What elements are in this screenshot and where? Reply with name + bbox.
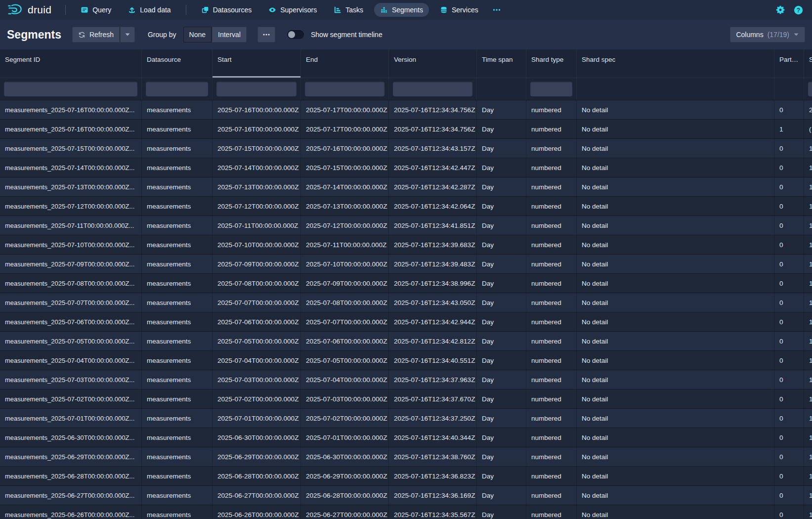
cell-time-span[interactable]: Day	[476, 216, 526, 235]
cell-size[interactable]: 1	[804, 409, 812, 428]
cell-partition[interactable]: 0	[774, 447, 804, 466]
cell-size[interactable]: 1	[804, 139, 812, 158]
cell-start[interactable]: 2025-07-08T00:00:00.000Z	[212, 274, 300, 293]
columns-picker-button[interactable]: Columns (17/19)	[730, 27, 805, 43]
cell-shard-spec[interactable]: No detail	[576, 486, 774, 505]
cell-size[interactable]: 1	[804, 177, 812, 196]
cell-segment-id[interactable]: measurements_2025-07-13T00:00:00.000Z...	[0, 177, 141, 196]
cell-datasource[interactable]: measurements	[141, 486, 212, 505]
cell-partition[interactable]: 0	[774, 332, 804, 350]
cell-end[interactable]: 2025-07-14T00:00:00.000Z	[300, 177, 388, 196]
cell-shard-type[interactable]: numbered	[526, 332, 576, 350]
cell-datasource[interactable]: measurements	[141, 389, 212, 408]
cell-start[interactable]: 2025-07-16T00:00:00.000Z	[212, 120, 300, 138]
cell-shard-spec[interactable]: No detail	[576, 197, 774, 216]
cell-end[interactable]: 2025-06-29T00:00:00.000Z	[300, 467, 388, 485]
segment-timeline-toggle[interactable]	[287, 30, 304, 39]
cell-shard-type[interactable]: numbered	[526, 409, 576, 428]
cell-end[interactable]: 2025-07-17T00:00:00.000Z	[300, 100, 388, 119]
cell-end[interactable]: 2025-07-17T00:00:00.000Z	[300, 120, 388, 138]
cell-time-span[interactable]: Day	[476, 139, 526, 158]
cell-shard-spec[interactable]: No detail	[576, 120, 774, 138]
cell-time-span[interactable]: Day	[476, 409, 526, 428]
cell-shard-spec[interactable]: No detail	[576, 389, 774, 408]
cell-shard-spec[interactable]: No detail	[576, 467, 774, 485]
cell-version[interactable]: 2025-07-16T12:34:42.287Z	[388, 177, 476, 196]
cell-datasource[interactable]: measurements	[141, 177, 212, 196]
cell-shard-type[interactable]: numbered	[526, 428, 576, 447]
cell-time-span[interactable]: Day	[476, 467, 526, 485]
cell-shard-spec[interactable]: No detail	[576, 177, 774, 196]
cell-partition[interactable]: 0	[774, 235, 804, 254]
cell-datasource[interactable]: measurements	[141, 197, 212, 216]
cell-end[interactable]: 2025-07-03T00:00:00.000Z	[300, 389, 388, 408]
more-actions-button[interactable]	[257, 27, 275, 43]
cell-partition[interactable]: 0	[774, 177, 804, 196]
cell-shard-type[interactable]: numbered	[526, 255, 576, 273]
cell-shard-type[interactable]: numbered	[526, 216, 576, 235]
cell-start[interactable]: 2025-07-01T00:00:00.000Z	[212, 409, 300, 428]
cell-segment-id[interactable]: measurements_2025-07-05T00:00:00.000Z...	[0, 332, 141, 350]
cell-partition[interactable]: 0	[774, 274, 804, 293]
cell-end[interactable]: 2025-07-01T00:00:00.000Z	[300, 428, 388, 447]
group-by-interval-button[interactable]: Interval	[212, 27, 247, 43]
cell-start[interactable]: 2025-07-03T00:00:00.000Z	[212, 370, 300, 389]
cell-size[interactable]: 1	[804, 486, 812, 505]
cell-version[interactable]: 2025-07-16T12:34:38.996Z	[388, 274, 476, 293]
cell-segment-id[interactable]: measurements_2025-07-12T00:00:00.000Z...	[0, 197, 141, 216]
cell-segment-id[interactable]: measurements_2025-07-06T00:00:00.000Z...	[0, 312, 141, 331]
cell-shard-spec[interactable]: No detail	[576, 370, 774, 389]
cell-start[interactable]: 2025-07-09T00:00:00.000Z	[212, 255, 300, 273]
cell-partition[interactable]: 0	[774, 100, 804, 119]
column-header-partition[interactable]: Partition	[774, 49, 804, 78]
cell-end[interactable]: 2025-07-08T00:00:00.000Z	[300, 293, 388, 312]
cell-size[interactable]: 1	[804, 274, 812, 293]
cell-segment-id[interactable]: measurements_2025-06-27T00:00:00.000Z...	[0, 486, 141, 505]
cell-shard-type[interactable]: numbered	[526, 120, 576, 138]
cell-version[interactable]: 2025-07-16T12:34:42.944Z	[388, 312, 476, 331]
cell-end[interactable]: 2025-06-28T00:00:00.000Z	[300, 486, 388, 505]
cell-segment-id[interactable]: measurements_2025-07-10T00:00:00.000Z...	[0, 235, 141, 254]
cell-end[interactable]: 2025-07-02T00:00:00.000Z	[300, 409, 388, 428]
cell-end[interactable]: 2025-07-07T00:00:00.000Z	[300, 312, 388, 331]
cell-time-span[interactable]: Day	[476, 428, 526, 447]
cell-partition[interactable]: 0	[774, 409, 804, 428]
column-header-time-span[interactable]: Time span	[476, 49, 526, 78]
nav-item-services[interactable]: Services	[434, 3, 484, 17]
cell-partition[interactable]: 0	[774, 505, 804, 519]
cell-end[interactable]: 2025-07-15T00:00:00.000Z	[300, 158, 388, 177]
cell-time-span[interactable]: Day	[476, 505, 526, 519]
cell-shard-type[interactable]: numbered	[526, 274, 576, 293]
cell-shard-spec[interactable]: No detail	[576, 293, 774, 312]
cell-start[interactable]: 2025-06-27T00:00:00.000Z	[212, 486, 300, 505]
cell-version[interactable]: 2025-07-16T12:34:34.756Z	[388, 100, 476, 119]
help-icon[interactable]: ?	[794, 5, 803, 15]
cell-segment-id[interactable]: measurements_2025-07-01T00:00:00.000Z...	[0, 409, 141, 428]
cell-end[interactable]: 2025-07-13T00:00:00.000Z	[300, 197, 388, 216]
cell-shard-spec[interactable]: No detail	[576, 235, 774, 254]
cell-datasource[interactable]: measurements	[141, 312, 212, 331]
cell-time-span[interactable]: Day	[476, 293, 526, 312]
cell-size[interactable]: 1	[804, 197, 812, 216]
cell-shard-type[interactable]: numbered	[526, 235, 576, 254]
cell-size[interactable]: 1	[804, 447, 812, 466]
druid-logo[interactable]: druid	[7, 3, 51, 17]
cell-shard-type[interactable]: numbered	[526, 486, 576, 505]
cell-size[interactable]: 1	[804, 505, 812, 519]
cell-shard-type[interactable]: numbered	[526, 158, 576, 177]
cell-segment-id[interactable]: measurements_2025-07-11T00:00:00.000Z...	[0, 216, 141, 235]
cell-shard-spec[interactable]: No detail	[576, 505, 774, 519]
cell-time-span[interactable]: Day	[476, 486, 526, 505]
cell-version[interactable]: 2025-07-16T12:34:37.670Z	[388, 389, 476, 408]
cell-partition[interactable]: 0	[774, 389, 804, 408]
cell-datasource[interactable]: measurements	[141, 447, 212, 466]
cell-version[interactable]: 2025-07-16T12:34:39.683Z	[388, 235, 476, 254]
cell-segment-id[interactable]: measurements_2025-07-15T00:00:00.000Z...	[0, 139, 141, 158]
nav-item-query[interactable]: Query	[75, 3, 117, 17]
cell-partition[interactable]: 0	[774, 216, 804, 235]
cell-datasource[interactable]: measurements	[141, 409, 212, 428]
cell-time-span[interactable]: Day	[476, 255, 526, 273]
nav-item-load-data[interactable]: Load data	[122, 3, 176, 17]
column-header-shard-spec[interactable]: Shard spec	[576, 49, 774, 78]
cell-version[interactable]: 2025-07-16T12:34:42.447Z	[388, 158, 476, 177]
